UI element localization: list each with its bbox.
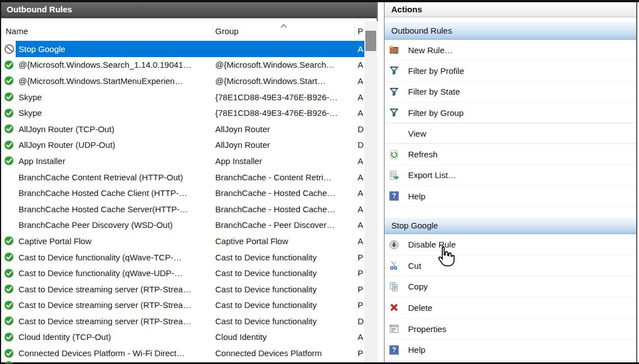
- action-item[interactable]: ? Help: [385, 186, 636, 207]
- check-icon: [4, 361, 13, 363]
- column-separator[interactable]: [213, 20, 214, 39]
- scrollbar-thumb[interactable]: [365, 31, 376, 51]
- rule-profile-cell: P: [358, 300, 364, 310]
- svg-text:?: ?: [392, 192, 396, 200]
- firewall-advanced-security-window: Outbound Rules Name Group P Stop Google: [0, 0, 639, 364]
- action-item[interactable]: Properties: [385, 319, 636, 340]
- rule-profile-cell: A: [358, 220, 364, 230]
- rule-profile-cell: P: [358, 253, 364, 262]
- rule-row[interactable]: Skype {78E1CD88-49E3-476E-B926-… A: [1, 89, 364, 105]
- rule-name-cell: Cast to Device streaming server (RTP-Str…: [16, 316, 215, 326]
- rule-row[interactable]: Cast to Device streaming server (RTP-Str…: [1, 281, 364, 297]
- properties-icon: [389, 324, 399, 334]
- action-item[interactable]: Refresh: [385, 144, 636, 165]
- rule-profile-cell: A: [358, 108, 364, 118]
- rule-name-cell: Cast to Device functionality (qWave-UDP-…: [16, 268, 215, 278]
- rule-row[interactable]: Cloud Identity (TCP-Out) Cloud Identity …: [1, 329, 364, 346]
- rule-group-cell: {78E1CD88-49E3-476E-B926-…: [215, 92, 358, 102]
- rule-row[interactable]: AllJoyn Router (TCP-Out) AllJoyn Router …: [1, 121, 364, 137]
- action-item[interactable]: Cut: [385, 255, 636, 277]
- action-label: Disable Rule: [408, 240, 456, 249]
- rule-name-cell: Skype: [16, 108, 215, 118]
- rule-profile-cell: A: [358, 44, 364, 54]
- column-header-profile[interactable]: P: [358, 26, 364, 36]
- action-label: View: [408, 129, 426, 138]
- check-icon: [1, 92, 16, 102]
- action-label: Help: [408, 192, 425, 201]
- action-item[interactable]: Disable Rule: [385, 234, 636, 255]
- rule-name-cell: @{Microsoft.Windows.Search_1.14.0.19041…: [16, 60, 215, 69]
- rule-row[interactable]: Cast to Device functionality (qWave-UDP-…: [1, 265, 364, 281]
- action-item[interactable]: ? Help: [385, 339, 636, 361]
- action-label: Cut: [408, 261, 421, 270]
- actions-section-header[interactable]: Outbound Rules: [385, 22, 636, 40]
- rule-name-cell: Cast to Device streaming server (RTP-Str…: [16, 300, 215, 310]
- disable-icon: [389, 240, 399, 250]
- rule-group-cell: @{Microsoft.Windows.Search…: [215, 60, 358, 69]
- blocked-icon: [1, 44, 16, 54]
- rule-group-cell: AllJoyn Router: [215, 140, 358, 150]
- outbound-rules-panel-title: Outbound Rules: [1, 2, 377, 17]
- actions-item-list: New Rule… Filter by Profile Filter by St…: [385, 40, 636, 207]
- rule-row[interactable]: BranchCache Content Retrieval (HTTP-Out)…: [1, 169, 364, 185]
- column-separator[interactable]: [354, 20, 355, 39]
- action-item[interactable]: New Rule…: [385, 40, 636, 60]
- check-icon: [1, 108, 16, 118]
- rule-profile-cell: D: [358, 316, 364, 326]
- check-icon: [1, 348, 16, 358]
- rule-profile-cell: A: [358, 236, 364, 246]
- action-item[interactable]: Copy: [385, 277, 636, 298]
- rule-row[interactable]: Skype {78E1CD88-49E3-476E-B926-… A: [1, 105, 364, 121]
- vertical-scrollbar[interactable]: [364, 21, 378, 362]
- rule-group-cell: Cast to Device functionality: [215, 268, 358, 278]
- refresh-icon: [389, 150, 399, 160]
- column-header-group[interactable]: Group: [215, 26, 239, 36]
- rule-row[interactable]: BranchCache Hosted Cache Server(HTTP-… B…: [1, 201, 364, 217]
- rule-group-cell: Cast to Device functionality: [215, 253, 358, 262]
- funnel-icon: [389, 87, 399, 97]
- rule-name-cell: BranchCache Content Retrieval (HTTP-Out): [16, 172, 215, 182]
- rule-group-cell: Connected Devices Platform: [215, 348, 358, 358]
- rule-name-cell: AllJoyn Router (UDP-Out): [16, 140, 215, 150]
- actions-section-outbound-rules: Outbound Rules New Rule… Filter by Profi…: [385, 22, 636, 207]
- rule-row[interactable]: Cast to Device streaming server (RTP-Str…: [1, 313, 364, 329]
- check-icon: [1, 236, 16, 246]
- rule-name-cell: Cast to Device streaming server (RTP-Str…: [16, 284, 215, 294]
- cut-icon: [389, 260, 399, 270]
- action-item[interactable]: Export List…: [385, 165, 636, 186]
- rule-profile-cell: A: [358, 332, 364, 342]
- rule-name-cell: BranchCache Hosted Cache Server(HTTP-…: [16, 204, 215, 214]
- rule-row[interactable]: Cast to Device streaming server (RTP-Str…: [1, 297, 364, 314]
- rule-name-cell: BranchCache Peer Discovery (WSD-Out): [16, 220, 215, 230]
- rule-name-cell: Stop Google: [16, 44, 215, 54]
- check-icon: [1, 60, 16, 70]
- actions-section-header[interactable]: Stop Google: [385, 218, 636, 234]
- delete-icon: [389, 302, 399, 312]
- rule-row[interactable]: BranchCache Peer Discovery (WSD-Out) Bra…: [1, 217, 364, 234]
- action-item[interactable]: View: [385, 123, 636, 144]
- rule-name-cell: Captive Portal Flow: [16, 236, 215, 246]
- action-item[interactable]: Filter by Profile: [385, 60, 636, 81]
- action-label: Delete: [408, 303, 432, 312]
- rule-group-cell: BranchCache - Peer Discover…: [215, 220, 358, 230]
- funnel-icon: [389, 108, 399, 118]
- column-header-name[interactable]: Name: [6, 26, 28, 36]
- rule-group-cell: BranchCache - Content Retri…: [215, 172, 358, 182]
- rule-row[interactable]: @{Microsoft.Windows.StartMenuExperien… @…: [1, 73, 364, 89]
- rule-row[interactable]: App Installer App Installer A: [1, 153, 364, 169]
- rule-group-cell: Cast to Device functionality: [215, 316, 358, 326]
- rule-profile-cell: P: [358, 284, 364, 294]
- action-item[interactable]: Filter by Group: [385, 102, 636, 123]
- rule-row[interactable]: AllJoyn Router (UDP-Out) AllJoyn Router …: [1, 137, 364, 153]
- rule-row[interactable]: Stop Google A: [1, 41, 364, 57]
- rule-row[interactable]: Cast to Device functionality (qWave-TCP-…: [1, 249, 364, 265]
- rule-row[interactable]: BranchCache Hosted Cache Client (HTTP-… …: [1, 185, 364, 201]
- rule-row[interactable]: Captive Portal Flow Captive Portal Flow …: [1, 233, 364, 249]
- action-item[interactable]: Delete: [385, 297, 636, 319]
- action-item[interactable]: Filter by State: [385, 82, 636, 102]
- rule-group-cell: @{Microsoft.Windows.Start…: [215, 76, 358, 86]
- rule-row[interactable]: @{Microsoft.Windows.Search_1.14.0.19041……: [1, 57, 364, 73]
- rule-group-cell: BranchCache - Hosted Cache…: [215, 204, 358, 214]
- check-icon: [1, 316, 16, 326]
- rule-row[interactable]: Connected Devices Platform - Wi-Fi Direc…: [1, 345, 364, 361]
